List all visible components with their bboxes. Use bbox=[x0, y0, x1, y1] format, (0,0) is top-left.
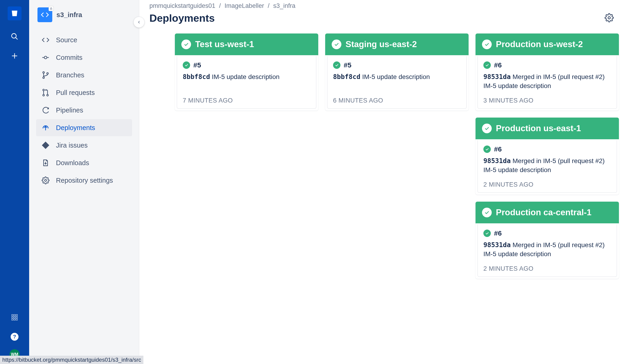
svg-point-0 bbox=[12, 33, 16, 38]
sidebar-item-downloads[interactable]: Downloads bbox=[36, 154, 132, 171]
breadcrumb-item[interactable]: s3_infra bbox=[273, 2, 295, 9]
repo-icon bbox=[37, 7, 52, 22]
svg-rect-11 bbox=[14, 319, 15, 320]
check-icon bbox=[483, 61, 491, 69]
global-nav: ? WM bbox=[0, 0, 29, 364]
commit-message: 8bbf8cdIM-5 update description bbox=[183, 72, 310, 81]
check-icon bbox=[482, 40, 492, 49]
environment-card[interactable]: Production us-east-1#698531daMerged in I… bbox=[475, 117, 619, 195]
svg-rect-5 bbox=[14, 315, 15, 316]
sidebar-item-source[interactable]: Source bbox=[36, 31, 132, 48]
search-icon[interactable] bbox=[8, 30, 22, 44]
sidebar-item-label: Jira issues bbox=[56, 142, 88, 149]
deployment-number: #5 bbox=[193, 61, 201, 69]
commit-hash: 8bbf8cd bbox=[333, 73, 360, 81]
svg-point-19 bbox=[43, 72, 44, 73]
svg-point-20 bbox=[43, 77, 44, 79]
check-icon bbox=[482, 208, 492, 217]
environment-card[interactable]: Production ca-central-1#698531daMerged i… bbox=[475, 202, 619, 279]
sidebar-item-label: Pipelines bbox=[56, 107, 83, 114]
deployment-body: #698531daMerged in IM-5 (pull request #2… bbox=[477, 140, 617, 193]
environment-header: Production us-west-2 bbox=[475, 33, 619, 55]
breadcrumb-separator: / bbox=[219, 2, 221, 9]
status-bar: https://bitbucket.org/pmmquickstartguide… bbox=[0, 356, 143, 364]
svg-point-28 bbox=[45, 180, 47, 182]
settings-button[interactable] bbox=[605, 13, 614, 23]
apps-icon[interactable] bbox=[8, 310, 22, 324]
check-icon bbox=[483, 229, 491, 237]
svg-point-23 bbox=[43, 94, 44, 96]
svg-rect-6 bbox=[16, 315, 17, 316]
deployment-time: 2 MINUTES AGO bbox=[483, 265, 611, 276]
svg-point-29 bbox=[608, 17, 610, 19]
deployment-number: #6 bbox=[494, 61, 502, 69]
breadcrumb-item[interactable]: ImageLabeller bbox=[225, 2, 264, 9]
repo-header: s3_infra bbox=[36, 7, 132, 22]
svg-point-21 bbox=[47, 72, 48, 74]
environment-header: Production us-east-1 bbox=[475, 117, 619, 139]
environment-card[interactable]: Production us-west-2#698531daMerged in I… bbox=[475, 33, 619, 111]
environment-card[interactable]: Test us-west-1#58bbf8cdIM-5 update descr… bbox=[175, 33, 318, 111]
environment-name: Production ca-central-1 bbox=[496, 208, 591, 217]
repo-name: s3_infra bbox=[56, 11, 82, 19]
svg-rect-7 bbox=[12, 317, 13, 318]
svg-rect-10 bbox=[12, 319, 13, 320]
svg-rect-12 bbox=[16, 319, 17, 320]
sidebar-item-pipelines[interactable]: Pipelines bbox=[36, 102, 132, 119]
deployment-time: 6 MINUTES AGO bbox=[333, 97, 461, 108]
deployment-time: 3 MINUTES AGO bbox=[483, 97, 611, 108]
create-icon[interactable] bbox=[8, 49, 22, 63]
svg-rect-26 bbox=[42, 142, 49, 149]
environment-header: Test us-west-1 bbox=[175, 33, 318, 55]
svg-rect-9 bbox=[16, 317, 17, 318]
commit-message: 98531daMerged in IM-5 (pull request #2) … bbox=[483, 72, 611, 90]
sidebar: s3_infra SourceCommitsBranchesPull reque… bbox=[29, 0, 139, 364]
commit-hash: 8bbf8cd bbox=[183, 73, 210, 81]
deployment-body: #698531daMerged in IM-5 (pull request #2… bbox=[477, 56, 617, 109]
svg-line-1 bbox=[16, 37, 18, 40]
check-icon bbox=[482, 124, 492, 133]
environment-column: Staging us-east-2#58bbf8cdIM-5 update de… bbox=[325, 33, 468, 111]
sidebar-item-deployments[interactable]: Deployments bbox=[36, 119, 132, 136]
deployment-body: #58bbf8cdIM-5 update description6 MINUTE… bbox=[327, 56, 467, 109]
environment-header: Staging us-east-2 bbox=[325, 33, 468, 55]
sidebar-item-label: Repository settings bbox=[56, 177, 113, 184]
deployment-number: #6 bbox=[494, 145, 502, 153]
sidebar-item-pull-requests[interactable]: Pull requests bbox=[36, 84, 132, 101]
commit-hash: 98531da bbox=[483, 73, 511, 81]
environment-card[interactable]: Staging us-east-2#58bbf8cdIM-5 update de… bbox=[325, 33, 468, 111]
check-icon bbox=[483, 145, 491, 153]
deployment-number: #6 bbox=[494, 229, 502, 237]
lock-icon bbox=[49, 6, 54, 11]
bitbucket-logo[interactable] bbox=[8, 6, 22, 20]
breadcrumb-item[interactable]: pmmquickstartguides01 bbox=[149, 2, 215, 9]
sidebar-item-branches[interactable]: Branches bbox=[36, 67, 132, 84]
deployment-time: 7 MINUTES AGO bbox=[183, 97, 310, 108]
sidebar-item-jira-issues[interactable]: Jira issues bbox=[36, 137, 132, 154]
commit-hash: 98531da bbox=[483, 241, 511, 249]
environment-column: Test us-west-1#58bbf8cdIM-5 update descr… bbox=[175, 33, 318, 111]
collapse-sidebar-button[interactable] bbox=[133, 17, 145, 28]
deployment-grid: Test us-west-1#58bbf8cdIM-5 update descr… bbox=[149, 33, 614, 279]
sidebar-item-repository-settings[interactable]: Repository settings bbox=[36, 172, 132, 189]
sidebar-item-label: Deployments bbox=[56, 124, 95, 132]
environment-name: Test us-west-1 bbox=[195, 40, 254, 49]
sidebar-item-label: Pull requests bbox=[56, 89, 95, 96]
commit-message: 98531daMerged in IM-5 (pull request #2) … bbox=[483, 240, 611, 258]
sidebar-item-label: Source bbox=[56, 36, 77, 44]
sidebar-item-label: Commits bbox=[56, 54, 82, 61]
svg-rect-15 bbox=[51, 9, 52, 10]
breadcrumb: pmmquickstartguides01/ImageLabeller/s3_i… bbox=[149, 2, 614, 9]
sidebar-item-commits[interactable]: Commits bbox=[36, 49, 132, 66]
help-icon[interactable]: ? bbox=[8, 330, 22, 344]
svg-point-22 bbox=[43, 89, 44, 91]
main-content: pmmquickstartguides01/ImageLabeller/s3_i… bbox=[139, 0, 624, 364]
deployment-time: 2 MINUTES AGO bbox=[483, 181, 611, 192]
check-icon bbox=[183, 61, 190, 69]
environment-header: Production ca-central-1 bbox=[475, 202, 619, 223]
svg-point-16 bbox=[44, 56, 47, 59]
svg-text:?: ? bbox=[13, 334, 16, 340]
check-icon bbox=[181, 40, 191, 49]
check-icon bbox=[332, 40, 341, 49]
commit-message: 98531daMerged in IM-5 (pull request #2) … bbox=[483, 156, 611, 174]
